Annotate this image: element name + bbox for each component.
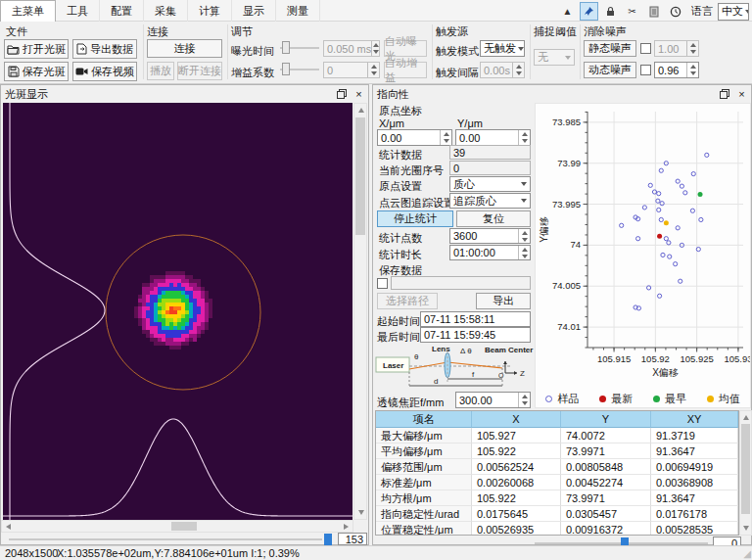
statistics-table[interactable]: 项名XYXY最大偏移/μm105.92774.007291.3719平均偏移/μ… bbox=[375, 410, 739, 536]
clock-button[interactable] bbox=[666, 2, 684, 21]
collapse-toolbar-button[interactable]: ▲ bbox=[558, 2, 577, 21]
pointing-scatter-plot: 105.915105.92105.925105.9373.98573.9973.… bbox=[536, 104, 750, 388]
paste-button[interactable] bbox=[644, 2, 663, 21]
cloud-tracking-select[interactable]: 追踪质心 bbox=[449, 193, 531, 209]
origin-x-spinbox[interactable]: 0.00 bbox=[377, 129, 452, 146]
table-header-cell[interactable]: 项名 bbox=[376, 411, 472, 428]
table-row: 最大偏移/μm105.92774.007291.3719 bbox=[376, 428, 738, 443]
gain-slider[interactable] bbox=[280, 62, 319, 77]
origin-setting-label: 原点设置 bbox=[379, 179, 422, 194]
export-button[interactable]: 导出 bbox=[476, 293, 531, 309]
exposure-label: 曝光时间 bbox=[231, 44, 274, 59]
table-scrollbar[interactable] bbox=[739, 410, 752, 536]
save-video-button[interactable]: 保存视频 bbox=[72, 62, 137, 81]
legend-label: 最新 bbox=[611, 392, 633, 406]
focal-length-spinbox[interactable]: 300.00 bbox=[455, 392, 531, 408]
save-path-field[interactable] bbox=[391, 276, 531, 290]
resize-grip[interactable]: ◢ bbox=[743, 546, 751, 560]
dynamic-noise-button[interactable]: 动态噪声 bbox=[584, 62, 636, 78]
choose-path-label: 选择路径 bbox=[386, 294, 429, 308]
pointing-panel: 指向性 × 原点坐标 X/μm Y/μm 0.00 0.00 统计数据 39 当… bbox=[372, 84, 752, 545]
spot-vertical-scrollbar[interactable] bbox=[353, 103, 367, 520]
level-value-box[interactable]: 153 bbox=[338, 533, 367, 545]
gain-spinbox[interactable]: 0 bbox=[323, 62, 380, 78]
choose-path-button[interactable]: 选择路径 bbox=[377, 293, 438, 309]
table-header-cell[interactable]: X bbox=[472, 411, 561, 428]
menu-tab[interactable]: 计算 bbox=[188, 0, 232, 22]
lock-button[interactable] bbox=[601, 2, 620, 21]
threshold-select[interactable]: 无 bbox=[534, 49, 575, 66]
reset-button[interactable]: 复位 bbox=[456, 210, 531, 227]
pin-button[interactable] bbox=[580, 2, 598, 21]
close-icon: × bbox=[738, 88, 744, 100]
origin-y-spinbox[interactable]: 0.00 bbox=[455, 129, 531, 146]
static-noise-spinbox[interactable]: 1.00 bbox=[654, 40, 699, 57]
float-panel-button[interactable] bbox=[334, 86, 349, 101]
table-row: 偏移范围/μm0.005625240.008058480.00694919 bbox=[376, 459, 738, 475]
row-value-cell: 73.9971 bbox=[561, 490, 651, 506]
export-data-button[interactable]: 导出数据 bbox=[72, 39, 137, 59]
exposure-spinbox[interactable]: 0.050 ms bbox=[323, 40, 380, 57]
svg-text:74: 74 bbox=[570, 239, 581, 250]
save-spot-button[interactable]: 保存光斑 bbox=[4, 62, 69, 81]
level-slider-thumb[interactable] bbox=[324, 534, 332, 545]
dynamic-noise-spinbox[interactable]: 0.96 bbox=[654, 62, 699, 78]
menu-tab[interactable]: 采集 bbox=[144, 0, 188, 22]
language-label: 语言 bbox=[691, 4, 713, 19]
table-row: 平均偏移/μm105.92273.997191.3647 bbox=[376, 443, 738, 459]
play-button[interactable]: 播放 bbox=[147, 62, 174, 80]
spot-panel-title: 光斑显示 bbox=[1, 85, 368, 102]
save-data-checkbox[interactable] bbox=[377, 278, 388, 289]
connect-button[interactable]: 连接 bbox=[147, 39, 222, 58]
exposure-slider[interactable] bbox=[280, 40, 319, 56]
theta-text: θ bbox=[414, 352, 419, 361]
stat-points-spinbox[interactable]: 3600 bbox=[449, 228, 531, 244]
f-dim-text: f bbox=[472, 370, 475, 379]
display-level-row: 153 bbox=[1, 533, 370, 546]
dynamic-noise-checkbox[interactable] bbox=[640, 65, 651, 75]
origin-x-value: 0.00 bbox=[381, 132, 440, 144]
close-panel-button[interactable]: × bbox=[352, 86, 366, 101]
menu-tab[interactable]: 显示 bbox=[232, 0, 276, 22]
menu-tab[interactable]: 测量 bbox=[276, 0, 320, 22]
language-select[interactable]: 中文 bbox=[718, 3, 749, 21]
auto-gain-button[interactable]: 自动增益 bbox=[384, 62, 427, 78]
close-pointing-button[interactable]: × bbox=[734, 86, 749, 101]
trigger-mode-select[interactable]: 无触发 bbox=[480, 40, 525, 57]
menu-tab[interactable]: 主菜单 bbox=[0, 0, 56, 23]
legend-label: 均值 bbox=[719, 392, 740, 406]
table-header-cell[interactable]: Y bbox=[561, 411, 651, 428]
stat-duration-spinbox[interactable]: 01:00:00 bbox=[449, 245, 531, 260]
exposure-value: 0.050 ms bbox=[327, 43, 371, 55]
menu-tab[interactable]: 工具 bbox=[56, 0, 100, 22]
open-spot-button[interactable]: 打开光斑 bbox=[4, 39, 69, 59]
start-time-field[interactable]: 07-11 15:58:11 bbox=[420, 311, 531, 327]
row-value-cell: 0.00452274 bbox=[561, 475, 651, 490]
row-value-cell: 0.0176178 bbox=[651, 506, 738, 522]
menu-tab[interactable]: 配置 bbox=[100, 0, 144, 22]
stop-statistics-button[interactable]: 停止统计 bbox=[377, 210, 453, 227]
video-camera-icon bbox=[75, 67, 88, 76]
cut-button[interactable]: ✂ bbox=[623, 2, 641, 21]
stats-count-label: 统计数据 bbox=[379, 148, 422, 163]
beam-image[interactable] bbox=[3, 103, 352, 520]
static-noise-checkbox[interactable] bbox=[640, 43, 651, 54]
table-header-cell[interactable]: XY bbox=[651, 411, 738, 428]
legend-label: 样品 bbox=[557, 392, 579, 406]
stat-points-value: 3600 bbox=[453, 230, 518, 242]
legend-item: 最新 bbox=[599, 392, 633, 406]
auto-exposure-button[interactable]: 自动曝光 bbox=[384, 40, 427, 57]
disconnect-button[interactable]: 断开连接 bbox=[177, 62, 222, 80]
trigger-interval-spinbox[interactable]: 0.00s bbox=[480, 62, 525, 78]
origin-setting-select[interactable]: 质心 bbox=[449, 176, 531, 192]
spot-horizontal-scrollbar[interactable] bbox=[1, 520, 353, 533]
svg-text:105.915: 105.915 bbox=[597, 353, 631, 364]
play-label: 播放 bbox=[150, 64, 171, 78]
end-time-field[interactable]: 07-11 15:59:45 bbox=[420, 327, 531, 343]
row-value-cell: 0.0175645 bbox=[472, 506, 561, 522]
float-pointing-button[interactable] bbox=[717, 86, 731, 101]
file-export-icon bbox=[76, 43, 87, 55]
static-noise-button[interactable]: 静态噪声 bbox=[584, 40, 636, 57]
table-row: 位置稳定性/μm0.005269350.009163720.00528535 bbox=[376, 522, 738, 536]
aperture-index-field: 0 bbox=[449, 161, 531, 175]
